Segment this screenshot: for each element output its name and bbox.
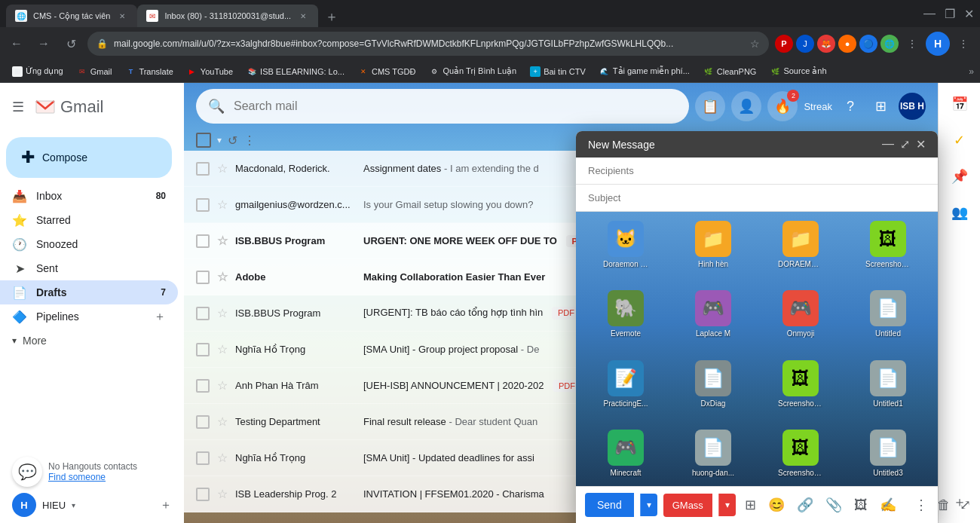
compose-subject-field[interactable] [576,185,938,212]
desktop-icon-onmyoji[interactable]: 🎮 Onmyoji [760,290,841,338]
new-tab-button[interactable]: ＋ [321,6,342,27]
tab-gmail-close[interactable]: ✕ [297,10,309,22]
bookmark-isb[interactable]: 📚 ISB ELEARNING: Lo... [240,64,351,79]
tab-cms-close[interactable]: ✕ [116,10,128,22]
subject-input[interactable] [588,192,926,203]
sidebar-item-drafts[interactable]: 📄 Drafts 7 [0,280,178,304]
desktop-icon-minecraft[interactable]: 🎮 Minecraft [585,430,666,477]
bookmark-ung-dung[interactable]: ⊞ Ứng dụng [6,64,69,79]
desktop-icon-untitled3[interactable]: 📄 Untitled3 [847,430,929,477]
compose-attach-icon[interactable]: 📎 [822,494,845,516]
email-checkbox[interactable] [196,451,210,465]
gmass-dropdown-button[interactable]: ▾ [718,494,736,516]
pipelines-add-icon[interactable]: ＋ [154,309,166,325]
email-checkbox[interactable] [196,379,210,393]
add-account-icon[interactable]: ＋ [160,497,172,513]
find-someone-link[interactable]: Find someone [48,472,137,482]
email-star[interactable]: ☆ [217,234,228,248]
compose-delete-button[interactable]: 🗑 [937,497,951,513]
desktop-icon-doraemon[interactable]: 🐱 Doraemon Story of ... [585,221,666,268]
email-checkbox[interactable] [196,415,210,429]
sidebar-item-inbox[interactable]: 📥 Inbox 80 [0,184,178,208]
gmass-button[interactable]: GMass [663,494,712,517]
bookmark-tai-game[interactable]: 🌊 Tải game miễn phí... [593,64,696,79]
keep-icon[interactable]: 📌 [945,161,975,191]
desktop-icon-huong-dan[interactable]: 📄 huong-dan... [672,430,754,477]
extension-3[interactable]: ● [838,35,856,53]
compose-button[interactable]: ✚ Compose [6,137,172,178]
email-star[interactable]: ☆ [217,378,228,393]
email-star[interactable]: ☆ [217,197,228,212]
compose-photo-icon[interactable]: 🖼 [851,494,871,516]
email-star[interactable]: ☆ [217,270,228,284]
recipients-input[interactable] [588,165,926,176]
header-icon-doc[interactable]: 📋 [695,91,725,121]
email-star[interactable]: ☆ [217,306,228,320]
desktop-icon-untitled[interactable]: 📄 Untitled [847,290,929,338]
desktop-icon-screenshot-2[interactable]: 🖼 Screenshot_2 [760,360,841,408]
profile-avatar[interactable]: H [926,32,950,56]
bookmark-cms[interactable]: ✕ CMS TGDĐ [352,64,421,79]
tab-gmail[interactable]: ✉ Inbox (80) - 31181020031@stud... ✕ [137,5,318,27]
email-star[interactable]: ☆ [217,161,228,176]
select-all-checkbox[interactable] [196,133,211,148]
desktop-icon-evernote[interactable]: 🐘 Evernote [585,290,666,338]
extension-4[interactable]: 🔵 [859,35,877,53]
tasks-icon[interactable]: ✓ [945,125,975,155]
bookmark-cleanpng[interactable]: 🌿 CleanPNG [697,64,763,79]
search-bar[interactable]: 🔍 [196,89,689,124]
email-checkbox[interactable] [196,271,210,284]
back-button[interactable]: ← [6,33,27,54]
chrome-menu[interactable]: ⋮ [953,33,974,54]
desktop-icon-dxdiag[interactable]: 📄 DxDiag [672,360,754,408]
bookmark-youtube[interactable]: ▶ YouTube [181,64,239,79]
close-window-button[interactable]: ✕ [964,7,974,21]
email-star[interactable]: ☆ [217,451,228,465]
maximize-button[interactable]: ❐ [945,7,955,21]
email-star[interactable]: ☆ [217,414,228,429]
extension-2[interactable]: 🦊 [817,35,835,53]
hamburger-menu[interactable]: ☰ [12,99,24,115]
search-input[interactable] [234,99,677,113]
compose-format-icon[interactable]: ⊞ [742,494,759,516]
extension-5[interactable]: 🌐 [880,35,899,53]
bookmarks-more[interactable]: » [969,66,974,77]
compose-emoji-icon[interactable]: 😊 [765,494,788,516]
bookmark-source-anh[interactable]: 🌿 Source ảnh [764,64,832,79]
calendar-icon[interactable]: 📅 [945,89,975,119]
user-avatar[interactable]: H [12,493,36,517]
email-checkbox[interactable] [196,162,210,176]
send-dropdown-button[interactable]: ▾ [640,494,657,516]
email-checkbox[interactable] [196,343,210,356]
desktop-icon-untitled1[interactable]: 📄 Untitled1 [847,360,929,408]
compose-minimize-button[interactable]: — [882,137,894,151]
desktop-icon-laplace[interactable]: 🎮 Laplace M [672,290,754,338]
desktop-icon-doraemon-story[interactable]: 📁 DORAEMON STORY OF S... [760,221,841,268]
tab-cms[interactable]: 🌐 CMS - Cộng tác viên ✕ [6,5,137,27]
sidebar-item-more[interactable]: ▾ More [0,329,178,353]
compose-close-button[interactable]: ✕ [916,137,926,151]
bookmark-gmail[interactable]: ✉ Gmail [71,64,118,79]
sidebar-item-sent[interactable]: ➤ Sent [0,256,178,280]
help-button[interactable]: ? [838,94,862,118]
email-star[interactable]: ☆ [217,487,228,501]
apps-button[interactable]: ⊞ [868,94,893,118]
hangouts-icon[interactable]: 💬 [12,457,42,487]
desktop-icon-screenshot-7[interactable]: 🖼 Screenshot_7 [847,221,929,268]
forward-button[interactable]: → [33,33,54,54]
address-bar[interactable]: 🔒 mail.google.com/mail/u/0/?zx=x3alghdr8… [87,32,769,56]
compose-more-icon[interactable]: ⋮ [911,494,931,516]
reload-button[interactable]: ↺ [60,33,81,54]
sidebar-item-snoozed[interactable]: 🕐 Snoozed [0,232,178,256]
email-checkbox[interactable] [196,488,210,501]
desktop-icon-practicing[interactable]: 📝 PracticingE... [585,360,666,408]
send-button[interactable]: Send [585,493,634,517]
email-checkbox[interactable] [196,198,210,212]
bookmark-translate[interactable]: T Translate [119,64,179,79]
email-checkbox[interactable] [196,307,210,320]
header-icon-person[interactable]: 👤 [731,91,761,121]
desktop-icon-screenshot-3[interactable]: 🖼 Screenshot_3 [760,430,841,477]
bookmark-quan-tri[interactable]: ⚙ Quản Trị Bình Luận [423,64,522,79]
bookmark-star[interactable]: ☆ [750,38,760,50]
extension-1[interactable]: J [796,35,814,53]
